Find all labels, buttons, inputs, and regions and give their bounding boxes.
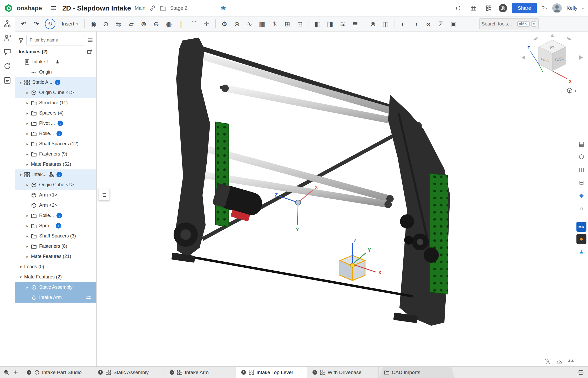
snapshot-icon[interactable]: ◫ [379,18,392,30]
chevron-right-icon[interactable]: ▸ [24,285,31,290]
parallel-relation-icon[interactable]: ∥ [175,18,188,30]
update-available-badge[interactable]: ↓ [58,121,63,126]
chevron-right-icon[interactable]: ▸ [24,101,31,105]
pin-slot-mate-icon[interactable]: ⊖ [150,18,162,30]
tree-row[interactable]: ▾Loads (0) [15,262,96,272]
tree-row[interactable]: ▸Origin Cube <1> [15,87,96,98]
user-avatar[interactable] [552,3,562,13]
search-tabs-icon[interactable] [4,370,9,375]
planar-mate-icon[interactable]: ▱ [125,18,137,30]
featurescript-icon[interactable] [453,3,464,13]
tree-row[interactable]: Origin [15,67,96,77]
graphics-viewport[interactable]: Z Y X [97,32,588,366]
mass-properties-icon[interactable] [577,369,584,376]
analysis-icon[interactable]: ▣ [447,18,460,30]
structure-flyout-button[interactable] [98,189,110,201]
tree-row[interactable]: ▸Mate Features (52) [15,159,96,169]
revolute-mate-icon[interactable]: ⊙ [100,18,112,30]
spreadsheet-icon[interactable] [468,3,479,13]
tab-with-drivebase[interactable]: With Drivebase [307,367,379,378]
mass-properties-icon[interactable]: Σ [435,18,447,30]
tree-row[interactable]: ▸Pivot ...↓ [15,118,96,128]
fastened-mate-icon[interactable]: ◉ [87,18,99,30]
chevron-down-icon[interactable]: ▾ [17,80,24,85]
undo-icon[interactable]: ↶ [18,18,30,30]
help-menu[interactable]: ? ▾ [542,5,548,11]
chevron-right-icon[interactable]: ▸ [24,142,31,146]
chevron-right-icon[interactable]: ▸ [24,162,31,167]
properties-panel-icon[interactable]: ▤ [576,139,587,149]
configurations-icon[interactable]: ◨ [324,18,336,30]
chevron-right-icon[interactable]: ▸ [24,224,31,228]
tree-row[interactable]: ▸Shaft Spacers (3) [15,231,96,241]
units-scale-icon[interactable] [568,358,574,365]
tree-row[interactable]: Arm <2> [15,200,96,210]
tab-intake-arm[interactable]: Intake Arm [164,367,236,378]
appearance-panel-icon[interactable]: ◫ [576,164,587,175]
new-tab-button[interactable]: + [14,369,18,376]
caret-down-icon[interactable]: ▾ [582,6,584,10]
chevron-right-icon[interactable]: ▸ [24,244,31,249]
chevron-right-icon[interactable]: ▸ [24,213,31,218]
bom-icon[interactable]: ≣ [349,18,361,30]
filter-input[interactable] [26,35,85,45]
main-menu-button[interactable] [48,3,59,13]
versions-history-icon[interactable] [3,20,11,28]
tree-row[interactable]: ▸Spro...↓ [15,221,96,231]
comments-icon[interactable] [3,48,11,56]
tree-row[interactable]: ▸Mate Features (21) [15,251,96,262]
publications-icon[interactable] [3,34,11,42]
chevron-right-icon[interactable]: ▸ [24,152,31,157]
insert-instance-icon[interactable] [87,49,93,55]
tree-row[interactable]: Arm <1> [15,190,96,200]
tree-row[interactable]: ▸Rolle...↓ [15,128,96,139]
view-options-button[interactable]: ▾ [566,87,576,94]
tree-row[interactable]: ▸Fasteners (8) [15,241,96,251]
update-available-badge[interactable]: ↓ [56,223,61,229]
ball-mate-icon[interactable]: ◍ [163,18,175,30]
chevron-right-icon[interactable]: ▸ [24,254,31,259]
tangent-relation-icon[interactable]: ⌒ [188,18,200,30]
parts-panel-icon[interactable]: ⬡ [576,152,587,162]
properties-panel-icon[interactable] [3,76,11,84]
interference-icon[interactable]: ◐ [397,18,409,30]
tree-row[interactable]: ▾Static A...↓ [15,77,96,87]
tab-cad-imports[interactable]: CAD Imports [379,367,455,378]
search-tools-box[interactable]: alt/⌥ c [479,18,539,29]
section-view-icon[interactable]: ◑ [410,18,422,30]
insert-button[interactable]: Insert ▾ [58,18,82,30]
search-tools-input[interactable] [482,21,516,27]
sync-icon[interactable] [3,62,11,70]
user-name[interactable]: Kelly [566,5,577,11]
slider-mate-icon[interactable]: ⇆ [112,18,124,30]
tree-row[interactable]: ▸Fasteners (9) [15,149,96,159]
touch-modes-icon[interactable] [544,358,551,365]
chevron-down-icon[interactable]: ▾ [17,275,24,279]
chevron-right-icon[interactable]: ▸ [24,111,31,116]
assembly-model[interactable]: Z Y X [97,32,588,366]
tree-row[interactable]: ▸Static Assembly [15,282,96,292]
share-button[interactable]: Share [512,3,537,13]
chevron-right-icon[interactable]: ▸ [24,131,31,136]
rotate-update-icon[interactable]: ↻ [45,19,55,29]
chevron-down-icon[interactable]: ▾ [17,172,24,177]
explode-icon[interactable]: ⊗ [367,18,379,30]
view-cube[interactable]: Top Front Right Z X [517,33,588,94]
workspace-name[interactable]: Main [135,5,145,11]
animate-mate-icon[interactable] [86,295,92,301]
chevron-right-icon[interactable]: ▸ [24,183,31,187]
community-panel-icon[interactable]: ⌂ [576,203,587,214]
named-positions-icon[interactable]: ≋ [337,18,349,30]
update-available-badge[interactable]: ↓ [56,213,62,218]
chevron-right-icon[interactable]: ▸ [24,90,31,95]
tab-static-assembly[interactable]: Static Assembly [93,367,164,378]
screw-relation-icon[interactable]: ∿ [243,18,256,30]
circular-pattern-icon[interactable]: ✳ [269,18,281,30]
tree-row[interactable]: ▸Structure (11) [15,98,96,108]
measure-icon[interactable]: ⌀ [422,18,434,30]
rack-pinion-relation-icon[interactable]: ⊛ [231,18,243,30]
replicate-icon[interactable]: ⊞ [281,18,293,30]
community-icon[interactable] [499,4,507,12]
chevron-down-icon[interactable]: ▾ [17,265,24,269]
app-store-icon[interactable] [483,3,494,13]
